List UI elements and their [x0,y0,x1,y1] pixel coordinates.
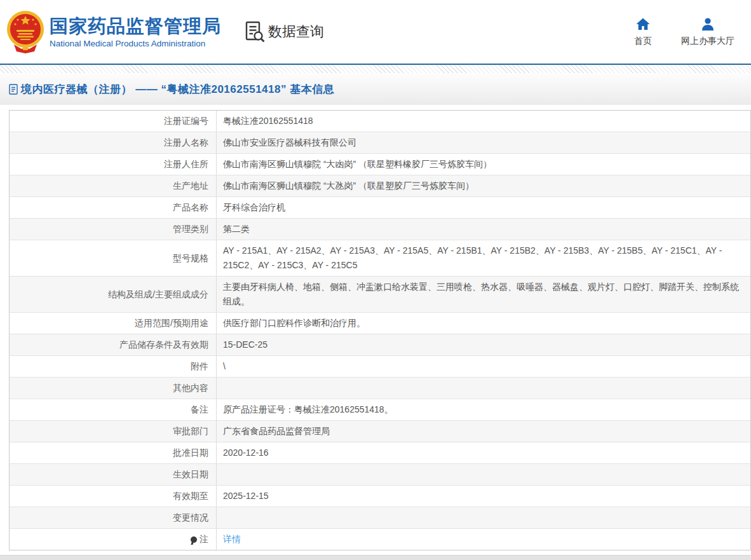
row-label: 审批部门 [10,421,217,442]
nav-hall-label: 网上办事大厅 [681,36,734,47]
row-label: 管理类别 [10,219,217,240]
table-row: 注册人住所佛山市南海区狮山镇穆院 “大凼岗” （联星塑料橡胶厂三号炼胶车间） [10,154,750,175]
row-label: 产品储存条件及有效期 [10,334,217,355]
org-title-block: 国家药品监督管理局 National Medical Products Admi… [50,15,221,48]
org-name-zh: 国家药品监督管理局 [50,15,221,37]
bulb-icon [191,536,197,543]
row-value: 佛山市南海区狮山镇穆院 “大凼岗” （联星塑料橡胶厂三号炼胶车间） [217,154,750,175]
row-value: \ [217,356,750,377]
row-value: 15-DEC-25 [217,334,750,355]
row-label: 型号规格 [10,240,217,276]
home-icon [635,17,651,32]
row-value: AY - 215A1、AY - 215A2、AY - 215A3、AY - 21… [217,240,750,276]
row-value: 原产品注册证号：粤械注准20162551418。 [217,399,750,420]
row-label: 产品名称 [10,197,217,218]
row-value: 广东省食品药品监督管理局 [217,421,750,442]
page-title-text: 境内医疗器械（注册） —— “粤械注准20162551418” 基本信息 [21,82,334,97]
detail-link[interactable]: 详情 [223,534,241,544]
title-band: 境内医疗器械（注册） —— “粤械注准20162551418” 基本信息 [0,73,751,105]
hatched-strip [0,65,751,73]
row-label: 变更情况 [10,507,217,528]
row-label: 备注 [10,399,217,420]
nav-home-label: 首页 [634,36,652,47]
table-row: 注册人名称佛山市安业医疗器械科技有限公司 [10,132,750,154]
data-query-label: 数据查询 [268,22,324,41]
row-label: 注册证编号 [10,111,217,132]
row-value: 2025-12-15 [217,486,750,507]
top-nav: 首页 网上办事大厅 [634,17,751,47]
nav-item-service-hall[interactable]: 网上办事大厅 [681,17,734,47]
row-value: 主要由牙科病人椅、地箱、侧箱、冲盂漱口给水装置、三用喷枪、热水器、吸唾器、器械盘… [217,277,750,312]
row-label: 注册人住所 [10,154,217,175]
page-title: 境内医疗器械（注册） —— “粤械注准20162551418” 基本信息 [9,82,334,97]
table-row: 批准日期2020-12-16 [10,442,750,464]
table-row: 适用范围/预期用途供医疗部门口腔科作诊断和治疗用。 [10,313,750,334]
table-row: 产品储存条件及有效期15-DEC-25 [10,334,750,356]
table-row: 产品名称牙科综合治疗机 [10,197,750,219]
row-value [217,464,750,485]
table-row: 审批部门广东省食品药品监督管理局 [10,421,750,442]
info-table: 注册证编号粤械注准20162551418注册人名称佛山市安业医疗器械科技有限公司… [9,110,751,550]
table-row: 生效日期 [10,464,750,486]
row-label: 批准日期 [10,442,217,463]
top-header: 国家药品监督管理局 National Medical Products Admi… [0,0,751,64]
org-name-en: National Medical Products Administration [50,39,221,48]
row-label: 注 [10,529,217,550]
row-label: 其他内容 [10,378,217,399]
page: 国家药品监督管理局 National Medical Products Admi… [0,0,751,560]
table-row: 型号规格AY - 215A1、AY - 215A2、AY - 215A3、AY … [10,240,750,277]
row-label: 有效期至 [10,486,217,507]
table-row: 生产地址佛山市南海区狮山镇穆院 “大氹岗” （联星塑胶厂三号炼胶车间） [10,175,750,197]
document-icon [9,84,18,95]
nav-item-home[interactable]: 首页 [634,17,652,47]
row-value: 第二类 [217,219,750,240]
row-label: 适用范围/预期用途 [10,313,217,334]
footer-strip [0,555,751,560]
table-row: 附件\ [10,356,750,378]
row-value: 佛山市南海区狮山镇穆院 “大氹岗” （联星塑胶厂三号炼胶车间） [217,175,750,196]
row-value: 2020-12-16 [217,442,750,463]
row-label: 附件 [10,356,217,377]
table-row: 变更情况 [10,507,750,529]
table-row: 管理类别第二类 [10,219,750,240]
row-label: 结构及组成/主要组成成分 [10,277,217,312]
row-value [217,507,750,528]
person-icon [700,17,715,32]
document-magnifier-icon [245,21,266,43]
table-row: 备注原产品注册证号：粤械注准20162551418。 [10,399,750,421]
table-row: 注册证编号粤械注准20162551418 [10,111,750,132]
row-value: 供医疗部门口腔科作诊断和治疗用。 [217,313,750,334]
row-value [217,378,750,399]
data-query-section[interactable]: 数据查询 [245,21,324,43]
row-value: 粤械注准20162551418 [217,111,750,132]
row-label: 注册人名称 [10,132,217,153]
table-row: 结构及组成/主要组成成分主要由牙科病人椅、地箱、侧箱、冲盂漱口给水装置、三用喷枪… [10,277,750,313]
table-row: 有效期至2025-12-15 [10,486,750,507]
row-value: 详情 [217,529,750,550]
table-row: 注详情 [10,529,750,550]
national-emblem-icon [5,10,46,54]
row-value: 佛山市安业医疗器械科技有限公司 [217,132,750,153]
row-label: 生产地址 [10,175,217,196]
row-label: 生效日期 [10,464,217,485]
row-value: 牙科综合治疗机 [217,197,750,218]
table-row: 其他内容 [10,378,750,399]
